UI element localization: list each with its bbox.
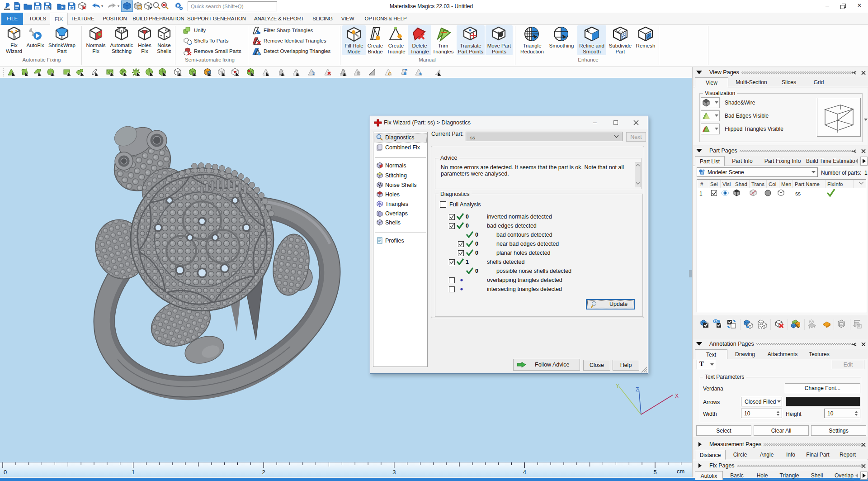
svg-text:4: 4 bbox=[523, 469, 526, 476]
svg-text:2: 2 bbox=[262, 469, 265, 476]
svg-text:5: 5 bbox=[653, 469, 656, 476]
svg-text:0: 0 bbox=[4, 469, 7, 476]
svg-text:X: X bbox=[675, 393, 679, 399]
svg-text:Z: Z bbox=[636, 386, 639, 393]
svg-text:3: 3 bbox=[392, 469, 396, 476]
svg-text:Y: Y bbox=[616, 383, 619, 389]
svg-text:1: 1 bbox=[132, 469, 135, 476]
svg-text:cm: cm bbox=[677, 468, 684, 475]
